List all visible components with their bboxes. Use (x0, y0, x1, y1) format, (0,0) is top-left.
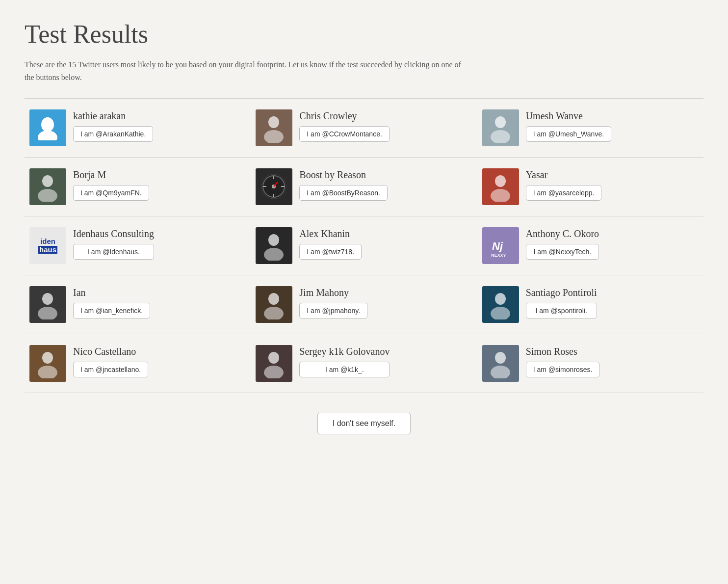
page-title: Test Results (25, 20, 703, 49)
avatar (256, 168, 292, 205)
iam-button[interactable]: I am @simonroses. (526, 362, 600, 377)
subtitle: These are the 15 Twitter users most like… (25, 58, 466, 83)
grid-cell: Jim MahonyI am @jpmahony. (251, 284, 477, 325)
svg-point-0 (41, 117, 54, 132)
svg-point-3 (264, 130, 284, 143)
svg-point-26 (495, 293, 506, 305)
svg-point-7 (38, 189, 57, 202)
user-info: YasarI am @yasarcelepp. (526, 168, 602, 201)
avatar (256, 109, 292, 146)
svg-point-27 (491, 307, 510, 319)
grid-cell: Santiago PontiroliI am @spontiroli. (477, 284, 703, 325)
svg-point-19 (264, 248, 284, 261)
user-info: Santiago PontiroliI am @spontiroli. (526, 286, 597, 319)
svg-point-23 (38, 307, 57, 319)
svg-point-16 (495, 175, 506, 187)
user-info: Umesh WanveI am @Umesh_Wanve. (526, 109, 611, 142)
iam-button[interactable]: I am @spontiroli. (526, 303, 597, 319)
avatar (29, 286, 66, 323)
avatar (482, 109, 519, 146)
user-name: Sergey k1k Golovanov (299, 345, 390, 358)
svg-point-28 (42, 352, 53, 364)
svg-point-1 (38, 131, 57, 140)
svg-text:Nj: Nj (492, 240, 503, 252)
svg-point-2 (268, 116, 279, 128)
user-info: Alex KhaninI am @twiz718. (299, 227, 362, 260)
grid-row: IanI am @ian_kenefick. Jim MahonyI am @j… (25, 275, 703, 334)
grid-row: idenhausIdenhaus ConsultingI am @Idenhau… (25, 216, 703, 275)
user-name: Boost by Reason (299, 168, 388, 181)
svg-point-30 (268, 352, 279, 364)
grid-row: kathie arakanI am @ArakanKathie. Chris C… (25, 99, 703, 158)
user-info: Borja MI am @Qm9yamFN. (73, 168, 149, 201)
iam-button[interactable]: I am @jpmahony. (299, 303, 367, 319)
user-name: Borja M (73, 168, 149, 181)
results-grid: kathie arakanI am @ArakanKathie. Chris C… (25, 98, 703, 393)
svg-point-6 (42, 175, 53, 187)
iam-button[interactable]: I am @k1k_. (299, 362, 390, 377)
grid-cell: YasarI am @yasarcelepp. (477, 166, 703, 207)
iam-button[interactable]: I am @Umesh_Wanve. (526, 126, 611, 142)
user-name: Jim Mahony (299, 286, 367, 299)
user-info: Boost by ReasonI am @BoostByReason. (299, 168, 388, 201)
user-name: Simon Roses (526, 345, 600, 358)
user-info: kathie arakanI am @ArakanKathie. (73, 109, 153, 142)
svg-point-33 (491, 366, 510, 378)
svg-point-22 (42, 293, 53, 305)
grid-cell: kathie arakanI am @ArakanKathie. (25, 107, 251, 148)
iam-button[interactable]: I am @yasarcelepp. (526, 185, 602, 201)
grid-row: Nico CastellanoI am @jncastellano. Serge… (25, 334, 703, 393)
iam-button[interactable]: I am @jncastellano. (73, 362, 148, 377)
avatar (256, 345, 292, 382)
user-name: Umesh Wanve (526, 109, 611, 122)
svg-point-25 (264, 307, 284, 319)
user-name: kathie arakan (73, 109, 153, 122)
iam-button[interactable]: I am @ian_kenefick. (73, 303, 150, 319)
avatar (482, 345, 519, 382)
avatar (29, 345, 66, 382)
user-info: Idenhaus ConsultingI am @Idenhaus. (73, 227, 154, 260)
dont-see-button[interactable]: I don't see myself. (317, 413, 411, 434)
iam-button[interactable]: I am @BoostByReason. (299, 185, 388, 201)
user-info: IanI am @ian_kenefick. (73, 286, 150, 319)
svg-point-29 (38, 366, 57, 378)
avatar: Nj NEXXY (482, 227, 519, 264)
avatar (256, 286, 292, 323)
iam-button[interactable]: I am @CCrowMontance. (299, 126, 389, 142)
user-name: Ian (73, 286, 150, 299)
svg-point-17 (491, 189, 510, 202)
iam-button[interactable]: I am @Qm9yamFN. (73, 185, 149, 201)
avatar (256, 227, 292, 264)
grid-cell: Nico CastellanoI am @jncastellano. (25, 343, 251, 384)
iam-button[interactable]: I am @twiz718. (299, 244, 362, 260)
user-info: Anthony C. OkoroI am @NexxyTech. (526, 227, 599, 260)
svg-point-18 (268, 234, 279, 246)
svg-point-5 (491, 130, 510, 143)
user-info: Sergey k1k GolovanovI am @k1k_. (299, 345, 390, 377)
grid-cell: Chris CrowleyI am @CCrowMontance. (251, 107, 477, 148)
grid-cell: Sergey k1k GolovanovI am @k1k_. (251, 343, 477, 384)
svg-point-4 (495, 116, 506, 128)
iam-button[interactable]: I am @NexxyTech. (526, 244, 599, 260)
iam-button[interactable]: I am @Idenhaus. (73, 244, 154, 260)
svg-point-32 (495, 352, 506, 364)
grid-cell: idenhausIdenhaus ConsultingI am @Idenhau… (25, 225, 251, 266)
iam-button[interactable]: I am @ArakanKathie. (73, 126, 153, 142)
grid-cell: Boost by ReasonI am @BoostByReason. (251, 166, 477, 207)
grid-cell: IanI am @ian_kenefick. (25, 284, 251, 325)
user-name: Idenhaus Consulting (73, 227, 154, 240)
bottom-section: I don't see myself. (25, 393, 703, 444)
user-info: Chris CrowleyI am @CCrowMontance. (299, 109, 389, 142)
user-name: Alex Khanin (299, 227, 362, 240)
user-name: Nico Castellano (73, 345, 148, 358)
svg-text:NEXXY: NEXXY (491, 253, 506, 258)
user-info: Nico CastellanoI am @jncastellano. (73, 345, 148, 377)
grid-cell: Umesh WanveI am @Umesh_Wanve. (477, 107, 703, 148)
user-name: Chris Crowley (299, 109, 389, 122)
svg-point-24 (268, 293, 279, 305)
avatar (29, 168, 66, 205)
user-info: Jim MahonyI am @jpmahony. (299, 286, 367, 319)
avatar (482, 168, 519, 205)
avatar: idenhaus (29, 227, 66, 264)
grid-row: Borja MI am @Qm9yamFN. Boost by ReasonI … (25, 158, 703, 216)
